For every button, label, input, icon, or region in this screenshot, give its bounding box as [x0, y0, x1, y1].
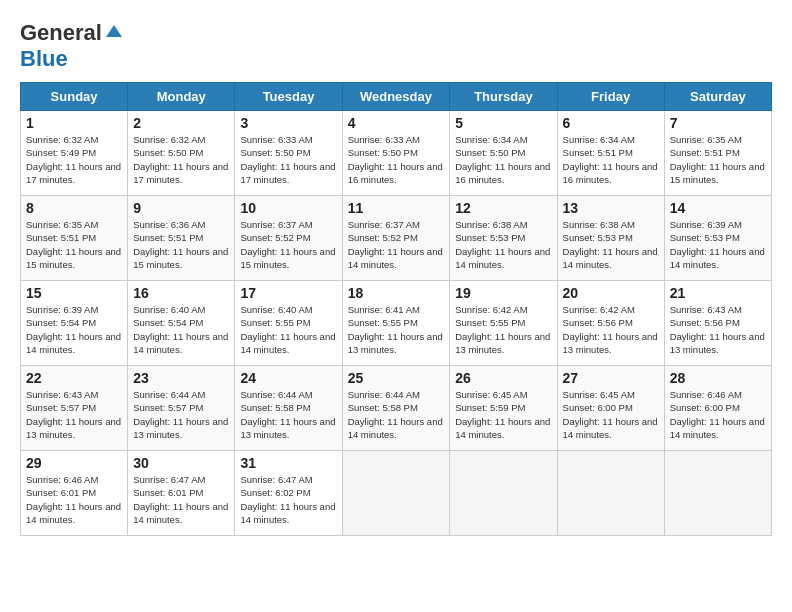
day-info: Sunrise: 6:35 AMSunset: 5:51 PMDaylight:… [670, 133, 766, 186]
week-row: 29Sunrise: 6:46 AMSunset: 6:01 PMDayligh… [21, 451, 772, 536]
calendar-cell: 26Sunrise: 6:45 AMSunset: 5:59 PMDayligh… [450, 366, 557, 451]
calendar-cell: 8Sunrise: 6:35 AMSunset: 5:51 PMDaylight… [21, 196, 128, 281]
day-info: Sunrise: 6:39 AMSunset: 5:54 PMDaylight:… [26, 303, 122, 356]
day-info: Sunrise: 6:34 AMSunset: 5:50 PMDaylight:… [455, 133, 551, 186]
day-number: 15 [26, 285, 122, 301]
day-info: Sunrise: 6:44 AMSunset: 5:57 PMDaylight:… [133, 388, 229, 441]
day-of-week-header: Sunday [21, 83, 128, 111]
calendar-cell: 28Sunrise: 6:46 AMSunset: 6:00 PMDayligh… [664, 366, 771, 451]
calendar-cell: 1Sunrise: 6:32 AMSunset: 5:49 PMDaylight… [21, 111, 128, 196]
day-number: 22 [26, 370, 122, 386]
calendar-cell: 29Sunrise: 6:46 AMSunset: 6:01 PMDayligh… [21, 451, 128, 536]
day-number: 17 [240, 285, 336, 301]
day-number: 28 [670, 370, 766, 386]
day-of-week-header: Wednesday [342, 83, 450, 111]
day-info: Sunrise: 6:33 AMSunset: 5:50 PMDaylight:… [240, 133, 336, 186]
day-of-week-header: Friday [557, 83, 664, 111]
calendar-cell: 27Sunrise: 6:45 AMSunset: 6:00 PMDayligh… [557, 366, 664, 451]
day-of-week-header: Tuesday [235, 83, 342, 111]
header: General Blue [20, 20, 772, 72]
calendar-cell: 14Sunrise: 6:39 AMSunset: 5:53 PMDayligh… [664, 196, 771, 281]
calendar-cell: 16Sunrise: 6:40 AMSunset: 5:54 PMDayligh… [128, 281, 235, 366]
calendar-cell: 15Sunrise: 6:39 AMSunset: 5:54 PMDayligh… [21, 281, 128, 366]
calendar-cell: 19Sunrise: 6:42 AMSunset: 5:55 PMDayligh… [450, 281, 557, 366]
day-number: 12 [455, 200, 551, 216]
calendar-cell: 5Sunrise: 6:34 AMSunset: 5:50 PMDaylight… [450, 111, 557, 196]
day-number: 10 [240, 200, 336, 216]
day-number: 16 [133, 285, 229, 301]
day-of-week-header: Monday [128, 83, 235, 111]
calendar-cell: 11Sunrise: 6:37 AMSunset: 5:52 PMDayligh… [342, 196, 450, 281]
day-number: 3 [240, 115, 336, 131]
day-info: Sunrise: 6:34 AMSunset: 5:51 PMDaylight:… [563, 133, 659, 186]
day-info: Sunrise: 6:46 AMSunset: 6:01 PMDaylight:… [26, 473, 122, 526]
day-number: 2 [133, 115, 229, 131]
day-number: 4 [348, 115, 445, 131]
day-info: Sunrise: 6:42 AMSunset: 5:55 PMDaylight:… [455, 303, 551, 356]
calendar: SundayMondayTuesdayWednesdayThursdayFrid… [20, 82, 772, 536]
day-info: Sunrise: 6:45 AMSunset: 5:59 PMDaylight:… [455, 388, 551, 441]
day-info: Sunrise: 6:40 AMSunset: 5:55 PMDaylight:… [240, 303, 336, 356]
day-of-week-header: Thursday [450, 83, 557, 111]
calendar-cell: 24Sunrise: 6:44 AMSunset: 5:58 PMDayligh… [235, 366, 342, 451]
calendar-cell: 30Sunrise: 6:47 AMSunset: 6:01 PMDayligh… [128, 451, 235, 536]
day-number: 24 [240, 370, 336, 386]
day-info: Sunrise: 6:37 AMSunset: 5:52 PMDaylight:… [348, 218, 445, 271]
calendar-cell: 12Sunrise: 6:38 AMSunset: 5:53 PMDayligh… [450, 196, 557, 281]
day-info: Sunrise: 6:40 AMSunset: 5:54 PMDaylight:… [133, 303, 229, 356]
day-info: Sunrise: 6:43 AMSunset: 5:57 PMDaylight:… [26, 388, 122, 441]
day-info: Sunrise: 6:33 AMSunset: 5:50 PMDaylight:… [348, 133, 445, 186]
day-info: Sunrise: 6:44 AMSunset: 5:58 PMDaylight:… [348, 388, 445, 441]
calendar-cell: 17Sunrise: 6:40 AMSunset: 5:55 PMDayligh… [235, 281, 342, 366]
week-row: 8Sunrise: 6:35 AMSunset: 5:51 PMDaylight… [21, 196, 772, 281]
day-number: 21 [670, 285, 766, 301]
calendar-cell [557, 451, 664, 536]
calendar-cell: 18Sunrise: 6:41 AMSunset: 5:55 PMDayligh… [342, 281, 450, 366]
calendar-cell: 21Sunrise: 6:43 AMSunset: 5:56 PMDayligh… [664, 281, 771, 366]
day-number: 19 [455, 285, 551, 301]
calendar-cell [450, 451, 557, 536]
day-info: Sunrise: 6:37 AMSunset: 5:52 PMDaylight:… [240, 218, 336, 271]
day-number: 11 [348, 200, 445, 216]
day-info: Sunrise: 6:47 AMSunset: 6:02 PMDaylight:… [240, 473, 336, 526]
day-number: 25 [348, 370, 445, 386]
day-number: 5 [455, 115, 551, 131]
day-info: Sunrise: 6:43 AMSunset: 5:56 PMDaylight:… [670, 303, 766, 356]
day-number: 6 [563, 115, 659, 131]
calendar-cell: 13Sunrise: 6:38 AMSunset: 5:53 PMDayligh… [557, 196, 664, 281]
svg-marker-0 [106, 25, 122, 37]
day-number: 9 [133, 200, 229, 216]
week-row: 22Sunrise: 6:43 AMSunset: 5:57 PMDayligh… [21, 366, 772, 451]
calendar-cell [664, 451, 771, 536]
calendar-cell: 7Sunrise: 6:35 AMSunset: 5:51 PMDaylight… [664, 111, 771, 196]
day-info: Sunrise: 6:36 AMSunset: 5:51 PMDaylight:… [133, 218, 229, 271]
day-number: 29 [26, 455, 122, 471]
week-row: 1Sunrise: 6:32 AMSunset: 5:49 PMDaylight… [21, 111, 772, 196]
calendar-cell: 3Sunrise: 6:33 AMSunset: 5:50 PMDaylight… [235, 111, 342, 196]
day-number: 20 [563, 285, 659, 301]
logo: General Blue [20, 20, 124, 72]
day-number: 18 [348, 285, 445, 301]
day-info: Sunrise: 6:39 AMSunset: 5:53 PMDaylight:… [670, 218, 766, 271]
day-number: 14 [670, 200, 766, 216]
day-info: Sunrise: 6:32 AMSunset: 5:50 PMDaylight:… [133, 133, 229, 186]
day-info: Sunrise: 6:44 AMSunset: 5:58 PMDaylight:… [240, 388, 336, 441]
day-info: Sunrise: 6:45 AMSunset: 6:00 PMDaylight:… [563, 388, 659, 441]
day-of-week-header: Saturday [664, 83, 771, 111]
day-info: Sunrise: 6:42 AMSunset: 5:56 PMDaylight:… [563, 303, 659, 356]
day-info: Sunrise: 6:38 AMSunset: 5:53 PMDaylight:… [563, 218, 659, 271]
day-number: 23 [133, 370, 229, 386]
day-info: Sunrise: 6:38 AMSunset: 5:53 PMDaylight:… [455, 218, 551, 271]
calendar-cell: 2Sunrise: 6:32 AMSunset: 5:50 PMDaylight… [128, 111, 235, 196]
week-row: 15Sunrise: 6:39 AMSunset: 5:54 PMDayligh… [21, 281, 772, 366]
day-info: Sunrise: 6:41 AMSunset: 5:55 PMDaylight:… [348, 303, 445, 356]
calendar-cell [342, 451, 450, 536]
day-number: 30 [133, 455, 229, 471]
day-info: Sunrise: 6:47 AMSunset: 6:01 PMDaylight:… [133, 473, 229, 526]
day-number: 31 [240, 455, 336, 471]
logo-icon [104, 23, 124, 43]
calendar-cell: 6Sunrise: 6:34 AMSunset: 5:51 PMDaylight… [557, 111, 664, 196]
day-info: Sunrise: 6:35 AMSunset: 5:51 PMDaylight:… [26, 218, 122, 271]
calendar-cell: 22Sunrise: 6:43 AMSunset: 5:57 PMDayligh… [21, 366, 128, 451]
calendar-cell: 4Sunrise: 6:33 AMSunset: 5:50 PMDaylight… [342, 111, 450, 196]
